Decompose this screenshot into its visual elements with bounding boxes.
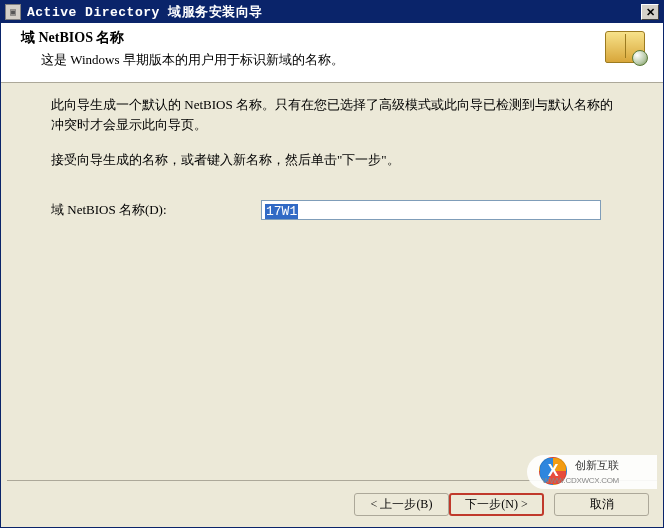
info-paragraph-1: 此向导生成一个默认的 NetBIOS 名称。只有在您已选择了高级模式或此向导已检… [51, 95, 613, 134]
netbios-input-value: 17W1 [265, 204, 298, 219]
info-paragraph-2: 接受向导生成的名称，或者键入新名称，然后单击"下一步"。 [51, 150, 613, 170]
netbios-label: 域 NetBIOS 名称(D): [51, 200, 261, 220]
close-button[interactable]: ✕ [641, 4, 659, 20]
cancel-button[interactable]: 取消 [554, 493, 649, 516]
wizard-body: 此向导生成一个默认的 NetBIOS 名称。只有在您已选择了高级模式或此向导已检… [1, 83, 663, 481]
titlebar: ▣ Active Directory 域服务安装向导 ✕ [1, 1, 663, 23]
back-button[interactable]: < 上一步(B) [354, 493, 449, 516]
book-icon [605, 31, 649, 75]
netbios-input[interactable]: 17W1 [261, 200, 601, 220]
wizard-header: 域 NetBIOS 名称 这是 Windows 早期版本的用户用于标识新域的名称… [1, 23, 663, 83]
page-title: 域 NetBIOS 名称 [21, 29, 653, 47]
app-icon: ▣ [5, 4, 21, 20]
next-button[interactable]: 下一步(N) > [449, 493, 544, 516]
netbios-field-row: 域 NetBIOS 名称(D): 17W1 [51, 200, 613, 220]
page-subtitle: 这是 Windows 早期版本的用户用于标识新域的名称。 [41, 51, 653, 69]
window-title: Active Directory 域服务安装向导 [27, 3, 639, 21]
wizard-footer: < 上一步(B) 下一步(N) > 取消 [1, 481, 663, 527]
wizard-window: ▣ Active Directory 域服务安装向导 ✕ 域 NetBIOS 名… [0, 0, 664, 528]
